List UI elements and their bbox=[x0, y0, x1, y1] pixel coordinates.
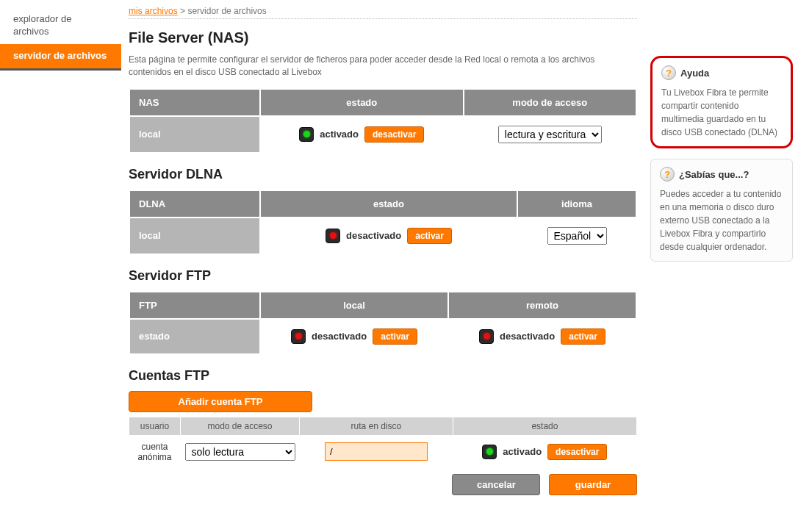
ftp-row-label: estado bbox=[130, 320, 259, 353]
nas-header-1: estado bbox=[261, 90, 463, 115]
ftp-remote-activate-button[interactable]: activar bbox=[561, 328, 605, 345]
acc-header-3: estado bbox=[453, 417, 636, 435]
acc-mode-select[interactable]: solo lectura bbox=[185, 443, 295, 461]
help-icon: ? bbox=[660, 167, 675, 181]
main-content: mis archivos > servidor de archivos File… bbox=[121, 0, 650, 495]
ftp-remote-status: desactivado bbox=[500, 331, 555, 342]
add-ftp-account-button[interactable]: Añadir cuenta FTP bbox=[129, 391, 312, 412]
sidebar-item-server[interactable]: servidor de archivos bbox=[0, 44, 121, 71]
sidebar-item-explorer[interactable]: explorador de archivos bbox=[0, 7, 121, 44]
help-panel: ? Ayuda Tu Livebox Fibra te permite comp… bbox=[650, 56, 793, 148]
dlna-header-0: DLNA bbox=[130, 191, 259, 217]
ftp-table: FTP local remoto estado desactivado acti… bbox=[129, 291, 637, 355]
nas-header-0: NAS bbox=[130, 90, 259, 115]
right-column: ? Ayuda Tu Livebox Fibra te permite comp… bbox=[650, 0, 797, 495]
status-led-icon bbox=[326, 229, 340, 243]
acc-status-label: activado bbox=[503, 446, 542, 457]
dlna-header-1: estado bbox=[261, 191, 517, 217]
dlna-activate-button[interactable]: activar bbox=[407, 228, 452, 244]
table-row: local desactivado activar Español bbox=[130, 218, 636, 254]
acc-header-1: modo de acceso bbox=[181, 417, 300, 435]
acc-deactivate-button[interactable]: desactivar bbox=[547, 444, 607, 460]
ftp-local-activate-button[interactable]: activar bbox=[373, 328, 417, 345]
help-text: Tu Livebox Fibra te permite compartir co… bbox=[661, 86, 782, 139]
table-row: cuenta anónima solo lectura activado des… bbox=[129, 435, 637, 468]
help-icon: ? bbox=[661, 65, 676, 80]
ftp-header-0: FTP bbox=[130, 292, 259, 318]
tip-title: ¿Sabías que...? bbox=[679, 169, 749, 180]
ftp-title: Servidor FTP bbox=[129, 268, 637, 284]
tip-text: Puedes acceder a tu contenido en una mem… bbox=[660, 187, 783, 254]
ftp-header-2: remoto bbox=[449, 292, 636, 318]
dlna-header-2: idioma bbox=[518, 191, 636, 217]
acc-header-0: usuario bbox=[129, 417, 181, 435]
nas-mode-select[interactable]: lectura y escritura bbox=[498, 126, 602, 143]
accounts-title: Cuentas FTP bbox=[129, 368, 637, 384]
acc-header-2: ruta en disco bbox=[300, 417, 453, 435]
nas-deactivate-button[interactable]: desactivar bbox=[364, 126, 424, 143]
dlna-table: DLNA estado idioma local desactivado act… bbox=[129, 190, 637, 255]
nas-title: File Server (NAS) bbox=[129, 29, 637, 46]
breadcrumb-link[interactable]: mis archivos bbox=[129, 6, 178, 16]
form-actions: cancelar guardar bbox=[129, 474, 637, 495]
ftp-header-1: local bbox=[261, 292, 447, 318]
dlna-row-label: local bbox=[130, 218, 259, 254]
nas-header-2: modo de acceso bbox=[464, 90, 636, 115]
ftp-local-status: desactivado bbox=[312, 331, 367, 342]
status-led-icon bbox=[479, 329, 494, 344]
status-led-icon bbox=[291, 329, 306, 344]
nas-row-label: local bbox=[130, 117, 259, 152]
table-row: local activado desactivar lectura y escr… bbox=[130, 117, 636, 152]
cancel-button[interactable]: cancelar bbox=[452, 474, 540, 495]
save-button[interactable]: guardar bbox=[549, 474, 637, 495]
status-led-icon bbox=[482, 445, 497, 459]
acc-user: cuenta anónima bbox=[129, 435, 181, 468]
breadcrumb: mis archivos > servidor de archivos bbox=[129, 6, 637, 19]
nas-status-label: activado bbox=[320, 129, 359, 140]
dlna-lang-select[interactable]: Español bbox=[547, 227, 607, 245]
status-led-icon bbox=[299, 127, 314, 142]
tip-panel: ? ¿Sabías que...? Puedes acceder a tu co… bbox=[650, 159, 793, 262]
dlna-status-label: desactivado bbox=[346, 230, 401, 241]
nas-table: NAS estado modo de acceso local activado… bbox=[129, 88, 637, 154]
table-row: estado desactivado activar desactivado a… bbox=[130, 320, 636, 353]
dlna-title: Servidor DLNA bbox=[129, 167, 637, 182]
breadcrumb-current: servidor de archivos bbox=[187, 6, 266, 16]
nas-desc: Esta página te permite configurar el ser… bbox=[129, 54, 637, 79]
sidebar: explorador de archivos servidor de archi… bbox=[0, 0, 121, 495]
breadcrumb-sep: > bbox=[180, 6, 185, 16]
acc-path-input[interactable] bbox=[325, 442, 428, 461]
help-title: Ayuda bbox=[680, 68, 709, 79]
accounts-table: usuario modo de acceso ruta en disco est… bbox=[129, 417, 637, 468]
